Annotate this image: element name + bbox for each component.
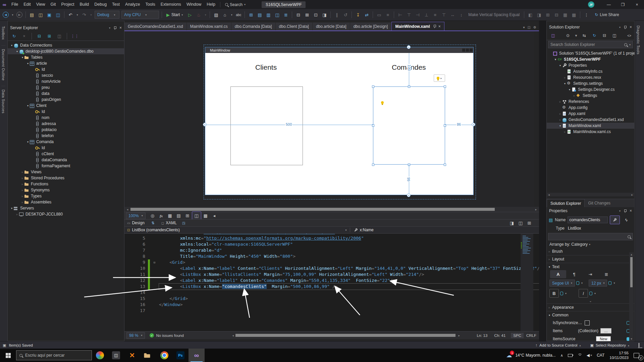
pin-icon[interactable] (433, 25, 436, 28)
code-line-9[interactable]: 9⊟ <Grid> (124, 259, 539, 265)
grid-overlay-icon[interactable]: ⊞ (183, 212, 192, 220)
code-line-6[interactable]: 6 xmlns:local="clr-namespace:S16SQLServe… (124, 241, 539, 247)
tree-item-seccio[interactable]: seccio (8, 72, 124, 78)
spaces-indicator[interactable]: SPC (511, 333, 524, 338)
align-right-edges-icon[interactable]: ⊣ (413, 11, 422, 19)
tree-item-nom[interactable]: nom (8, 115, 124, 121)
menu-debug[interactable]: Debug (92, 0, 109, 9)
tree-item-client[interactable]: ▾Client (8, 103, 124, 109)
avatar[interactable]: JF (588, 1, 594, 8)
live-share-button[interactable]: ↻Live Share (591, 12, 622, 17)
menu-window[interactable]: Window (184, 0, 204, 9)
split-vertical-icon[interactable]: ◫ (516, 219, 525, 227)
taskbar-search-box[interactable]: Escriu aquí per cercar (16, 350, 92, 360)
tree-item-id[interactable]: Id (8, 66, 124, 72)
tree-item-paisorigen[interactable]: paisOrigen (8, 97, 124, 103)
bookmark-icon-1[interactable]: ⊟ (294, 11, 303, 19)
tree-item-functions[interactable]: ▹Functions (8, 181, 124, 187)
code-line-12[interactable]: 12 <Label x:Name="label1" Content="Coman… (124, 278, 539, 284)
tree-item-references[interactable]: ▹References (547, 99, 634, 105)
hscroll-right-arrow[interactable]: ▸ (457, 333, 462, 338)
tree-item-assemblies[interactable]: ▹Assemblies (8, 199, 124, 205)
tab-document-outline[interactable]: Document Outline (1, 45, 5, 84)
expander-open-icon[interactable]: ▾ (568, 88, 572, 91)
find-in-files-icon[interactable]: ▧ (212, 11, 220, 19)
tree-item-comanda[interactable]: ▾Comanda (8, 139, 124, 145)
code-line-10[interactable]: 10 <Label x:Name="label" Content="Client… (124, 265, 539, 272)
anchor-top-icon[interactable]: ● (407, 45, 411, 49)
events-lightning-icon[interactable]: ϟ (622, 216, 631, 224)
expander-closed-icon[interactable]: ▹ (20, 183, 24, 186)
expander-closed-icon[interactable]: ▹ (558, 118, 562, 121)
expander-open-icon[interactable]: ▾ (558, 64, 562, 67)
xaml-editor-icon-1[interactable]: ⊞ (247, 11, 255, 19)
xaml-editor-icon-5[interactable]: ≣ (281, 11, 290, 19)
collapse-left-icon[interactable]: ◂ (210, 212, 219, 220)
same-width-icon[interactable]: ◨ (535, 11, 543, 19)
expander-closed-icon[interactable]: ▹ (563, 130, 567, 133)
properties-scrollbar[interactable]: ▴ ▾ (629, 252, 634, 341)
property-marker-icon[interactable] (608, 281, 611, 285)
save-icon[interactable]: ▣ (45, 11, 54, 19)
tree-item-s16sqlserverwpf[interactable]: ▾S16SQLServerWPF (547, 56, 634, 62)
expander-open-icon[interactable]: ▾ (20, 56, 24, 59)
expander-closed-icon[interactable]: ▹ (558, 100, 562, 103)
same-size-icon[interactable]: ⊟ (552, 11, 561, 19)
menu-test[interactable]: Test (109, 0, 122, 9)
code-line-17[interactable]: 17 (124, 308, 539, 314)
tree-item-settings[interactable]: ▹Settings (547, 93, 634, 99)
collapse-all-icon[interactable]: ⊟ (600, 32, 609, 39)
spell-check-icon[interactable]: abc (234, 11, 243, 19)
taskbar-visual-studio[interactable]: ∞ (189, 349, 205, 362)
properties-wrench-icon[interactable] (613, 218, 617, 222)
snap-to-snaplines-icon[interactable]: ◫ (192, 212, 201, 220)
close-icon[interactable]: × (119, 25, 122, 30)
keyboard-language[interactable]: CAT (594, 349, 607, 362)
tree-item-resources-resx[interactable]: ▹Resources.resx (547, 74, 634, 80)
hot-reload-icon[interactable]: ♨ (194, 11, 203, 19)
auto-hide-all-icon[interactable]: ⋮⋮ (70, 33, 79, 40)
expander-closed-icon[interactable]: ▹ (15, 213, 19, 216)
search-control[interactable]: Search ▾ (222, 2, 248, 7)
font-family-combo[interactable]: Segoe UI▾ (549, 280, 575, 287)
taskbar-chrome[interactable] (156, 349, 172, 362)
tree-item-types[interactable]: ▹Types (8, 193, 124, 199)
bookmark-icon-4[interactable]: ◨ (320, 11, 329, 19)
section-text[interactable]: Text (552, 264, 559, 269)
expander-open-icon[interactable]: ▾ (563, 82, 567, 85)
menu-extensions[interactable]: Extensions (158, 0, 184, 9)
navigate-back-icon[interactable]: ◀ (1, 11, 10, 19)
doc-tab-dbo-client-data-[interactable]: dbo.Client [Data] (276, 22, 312, 31)
navigate-chevron-icon[interactable]: ▾ (10, 11, 15, 19)
bookmark-icon-3[interactable]: ⊡ (311, 11, 320, 19)
expander-closed-icon[interactable]: ▹ (20, 171, 24, 174)
code-line-16[interactable]: 16</Window> (124, 302, 539, 308)
show-hidden-icons-button[interactable]: ∧ (558, 349, 566, 362)
anchor-right-icon[interactable]: ● (472, 123, 475, 126)
size-to-grid-icon[interactable]: ◧ (526, 11, 535, 19)
tree-item-cclient[interactable]: cClient (8, 151, 124, 157)
start-debugging-button[interactable]: ▶Start▾ (164, 11, 185, 19)
itemssource-new-button[interactable]: New (596, 336, 611, 342)
run-without-debugging-icon[interactable]: ▷ (185, 11, 194, 19)
notifications-bell-button[interactable] (634, 343, 644, 347)
pin-icon[interactable] (624, 26, 627, 29)
tab-scroll-chevron-icon[interactable]: ▾ (523, 25, 525, 29)
open-file-icon[interactable]: ◫ (36, 11, 45, 19)
expand-pane-icon[interactable]: ⊞ (525, 219, 534, 227)
pause-icon[interactable]: ∥ (332, 11, 341, 19)
tree-item-id[interactable]: Id (8, 145, 124, 151)
swap-panes-icon[interactable]: ⇅ (149, 219, 157, 227)
taskbar-xampp[interactable]: ✕ (124, 349, 140, 362)
expander-open-icon[interactable]: ▾ (10, 44, 14, 47)
tree-item-telefon[interactable]: telefon (8, 133, 124, 139)
tree-item-app-xaml[interactable]: ▹App.xaml (547, 111, 634, 117)
restart-icon[interactable]: ↺ (341, 11, 350, 19)
resize-handle[interactable] (372, 164, 374, 166)
switch-views-icon[interactable]: ⇆ (580, 32, 589, 39)
paragraph-tab-icon[interactable]: ¶ (566, 270, 582, 278)
anchor-bottom-icon[interactable]: ● (407, 193, 411, 197)
menu-build[interactable]: Build (77, 0, 92, 9)
menu-view[interactable]: View (34, 0, 48, 9)
menu-git[interactable]: Git (48, 0, 59, 9)
